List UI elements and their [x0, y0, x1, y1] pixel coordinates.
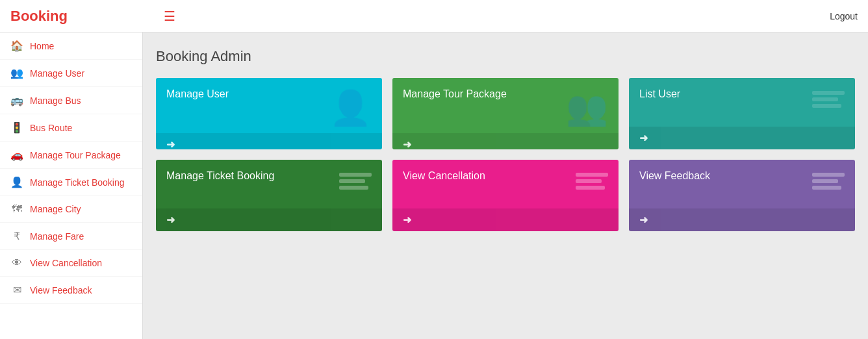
- view-cancellation-card[interactable]: View Cancellation ➜: [392, 160, 619, 231]
- feedback-bg-icon: [812, 173, 845, 190]
- header: Booking ☰ Logout: [0, 0, 868, 32]
- sidebar-item-label: Manage Tour Package: [30, 150, 121, 160]
- ticket-bg-icon: [339, 173, 372, 190]
- manage-tour-package-card[interactable]: Manage Tour Package 👥 ➜: [392, 78, 619, 149]
- card-top: Manage Tour Package 👥: [392, 78, 619, 133]
- card-title: List User: [639, 88, 680, 100]
- sidebar-item-label: View Cancellation: [30, 258, 102, 268]
- fare-icon: ₹: [10, 230, 23, 242]
- sidebar-item-manage-ticket-booking[interactable]: 👤 Manage Ticket Booking: [0, 169, 142, 196]
- arrow-icon: ➜: [403, 214, 411, 226]
- layout: 🏠 Home 👥 Manage User 🚌 Manage Bus 🚦 Bus …: [0, 32, 868, 339]
- sidebar-item-manage-bus[interactable]: 🚌 Manage Bus: [0, 87, 142, 114]
- sidebar-item-label: Manage User: [30, 68, 84, 79]
- arrow-icon: ➜: [166, 214, 175, 226]
- header-left: Booking ☰: [10, 8, 175, 25]
- tour-icon: 🚗: [10, 149, 23, 161]
- sidebar-item-manage-tour-package[interactable]: 🚗 Manage Tour Package: [0, 142, 142, 169]
- sidebar-item-manage-user[interactable]: 👥 Manage User: [0, 60, 142, 87]
- card-footer: ➜: [156, 208, 382, 231]
- card-footer: ➜: [392, 133, 619, 149]
- sidebar-item-manage-fare[interactable]: ₹ Manage Fare: [0, 223, 142, 250]
- sidebar-item-label: Manage Fare: [30, 231, 84, 242]
- manage-user-card[interactable]: Manage User 👤 ➜: [156, 78, 382, 149]
- manage-ticket-booking-card[interactable]: Manage Ticket Booking ➜: [156, 160, 382, 231]
- card-top: View Cancellation: [392, 160, 619, 208]
- card-footer: ➜: [629, 127, 855, 149]
- sidebar-item-bus-route[interactable]: 🚦 Bus Route: [0, 114, 142, 142]
- cancellation-icon: 👁: [10, 257, 23, 269]
- card-top: Manage Ticket Booking: [156, 160, 382, 208]
- sidebar-item-label: Bus Route: [30, 123, 72, 133]
- brand-title: Booking: [10, 8, 153, 25]
- sidebar: 🏠 Home 👥 Manage User 🚌 Manage Bus 🚦 Bus …: [0, 32, 143, 339]
- home-icon: 🏠: [10, 40, 23, 52]
- sidebar-item-view-feedback[interactable]: ✉ View Feedback: [0, 277, 142, 304]
- ticket-icon: 👤: [10, 176, 23, 188]
- page-title: Booking Admin: [156, 48, 855, 65]
- logout-button[interactable]: Logout: [830, 11, 858, 21]
- arrow-icon: ➜: [166, 138, 175, 149]
- card-title: Manage Ticket Booking: [166, 170, 274, 182]
- card-title: View Cancellation: [403, 170, 485, 182]
- route-icon: 🚦: [10, 121, 23, 134]
- sidebar-item-label: Manage Ticket Booking: [30, 177, 125, 188]
- card-top: View Feedback: [629, 160, 855, 208]
- sidebar-item-label: Home: [30, 41, 54, 51]
- card-footer: ➜: [629, 208, 855, 231]
- sidebar-item-label: View Feedback: [30, 285, 92, 295]
- feedback-icon: ✉: [10, 284, 23, 296]
- card-top: List User: [629, 78, 855, 127]
- list-bg-icon: [812, 91, 845, 108]
- card-footer: ➜: [156, 133, 382, 149]
- arrow-icon: ➜: [639, 132, 648, 144]
- user-bg-icon: 👤: [329, 88, 372, 128]
- cancellation-bg-icon: [576, 173, 608, 190]
- card-title: Manage User: [166, 88, 229, 100]
- card-top: Manage User 👤: [156, 78, 382, 133]
- view-feedback-card[interactable]: View Feedback ➜: [629, 160, 855, 231]
- bus-icon: 🚌: [10, 94, 23, 107]
- arrow-icon: ➜: [639, 214, 648, 226]
- sidebar-item-label: Manage Bus: [30, 95, 81, 106]
- sidebar-item-view-cancellation[interactable]: 👁 View Cancellation: [0, 250, 142, 277]
- sidebar-item-home[interactable]: 🏠 Home: [0, 32, 142, 60]
- card-footer: ➜: [392, 208, 619, 231]
- main-content: Booking Admin Manage User 👤 ➜ Manage Tou…: [143, 32, 868, 339]
- card-title: Manage Tour Package: [403, 88, 507, 100]
- sidebar-item-label: Manage City: [30, 204, 81, 214]
- list-user-card[interactable]: List User ➜: [629, 78, 855, 149]
- sidebar-item-manage-city[interactable]: 🗺 Manage City: [0, 196, 142, 223]
- dashboard-grid: Manage User 👤 ➜ Manage Tour Package 👥 ➜: [156, 78, 855, 231]
- arrow-icon: ➜: [403, 138, 411, 149]
- tour-bg-icon: 👥: [566, 88, 608, 128]
- users-icon: 👥: [10, 67, 23, 79]
- card-title: View Feedback: [639, 170, 710, 182]
- city-icon: 🗺: [10, 203, 23, 215]
- hamburger-icon[interactable]: ☰: [164, 8, 175, 24]
